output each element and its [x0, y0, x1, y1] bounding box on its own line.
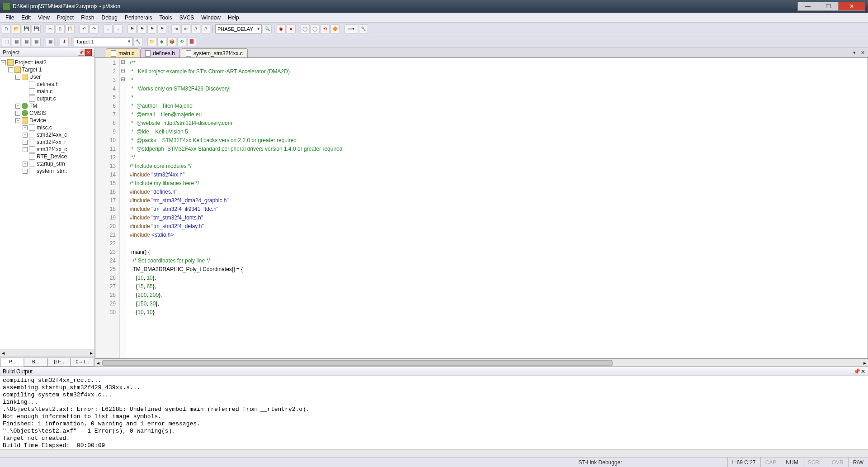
- status-debugger: ST-Link Debugger: [574, 457, 727, 467]
- status-scrl: SCRL: [803, 457, 827, 467]
- panel-close-button[interactable]: ✕: [85, 49, 92, 56]
- bookmark-next-button[interactable]: ⚑: [147, 24, 156, 33]
- menu-tools[interactable]: Tools: [156, 14, 176, 22]
- project-tab[interactable]: {} F...: [47, 357, 71, 367]
- comment-button[interactable]: //: [191, 24, 200, 33]
- breakpoint-button[interactable]: ●: [287, 24, 296, 33]
- btn-b[interactable]: ◯: [311, 24, 320, 33]
- tree-group-device[interactable]: −Device: [1, 117, 94, 124]
- code-area[interactable]: /** * Keil project example for ST's Chro…: [126, 58, 868, 358]
- tree-file[interactable]: +stm32f4xx_c: [1, 131, 94, 138]
- tree-group-tm[interactable]: +TM: [1, 102, 94, 110]
- target-combo[interactable]: Target 1: [74, 37, 132, 46]
- download-button[interactable]: ⬇: [60, 37, 69, 46]
- menu-peripherals[interactable]: Peripherals: [121, 14, 156, 22]
- window-layout-button[interactable]: ▭▾: [344, 24, 358, 33]
- configure-button[interactable]: 🔧: [359, 24, 368, 33]
- menu-edit[interactable]: Edit: [18, 14, 34, 22]
- menu-svcs[interactable]: SVCS: [176, 14, 198, 22]
- tab-list-button[interactable]: ▾: [851, 49, 858, 56]
- btn-d[interactable]: 🔶: [330, 24, 340, 33]
- tree-hscroll[interactable]: ◂ ▸: [0, 349, 94, 357]
- project-tab[interactable]: B...: [24, 357, 47, 367]
- menu-help[interactable]: Help: [224, 14, 243, 22]
- build-panel-close-button[interactable]: ✕: [861, 368, 865, 375]
- open-button[interactable]: 📂: [12, 24, 21, 33]
- build-output-panel: Build Output 📌 ✕ compiling stm32f4xx_rcc…: [0, 367, 868, 457]
- target-options-button[interactable]: 🔧: [133, 37, 142, 46]
- status-cursor-pos: L:69 C:27: [727, 457, 760, 467]
- copy-button[interactable]: ⎘: [56, 24, 65, 33]
- editor-tab[interactable]: system_stm32f4xx.c: [181, 48, 248, 57]
- maximize-button[interactable]: ❐: [818, 2, 839, 11]
- unindent-button[interactable]: ⇤: [181, 24, 190, 33]
- cut-button[interactable]: ✂: [46, 24, 55, 33]
- tree-project[interactable]: −Project: test2: [1, 59, 94, 66]
- tree-file[interactable]: +startup_stm: [1, 160, 94, 167]
- menu-window[interactable]: Window: [198, 14, 224, 22]
- debug-button[interactable]: ◉: [277, 24, 286, 33]
- stop-build-button[interactable]: ▦: [46, 37, 55, 46]
- bookmark-clear-button[interactable]: ⚑: [157, 24, 166, 33]
- editor-tab[interactable]: main.c: [106, 48, 139, 57]
- redo-button[interactable]: ↷: [90, 24, 99, 33]
- nav-fwd-button[interactable]: →: [113, 24, 123, 33]
- editor-tab[interactable]: defines.h: [140, 48, 180, 57]
- batch-build-button[interactable]: ▦: [32, 37, 41, 46]
- tree-target[interactable]: −Target 1: [1, 66, 94, 73]
- tab-close-button[interactable]: ✕: [859, 49, 866, 56]
- find-button[interactable]: 🔍: [263, 24, 272, 33]
- project-tab[interactable]: P...: [0, 357, 24, 367]
- menu-file[interactable]: File: [2, 14, 18, 22]
- menu-debug[interactable]: Debug: [98, 14, 121, 22]
- uncomment-button[interactable]: //: [201, 24, 210, 33]
- project-tab[interactable]: 0→T...: [71, 357, 94, 367]
- undo-button[interactable]: ↶: [80, 24, 89, 33]
- nav-back-button[interactable]: ←: [104, 24, 113, 33]
- indent-button[interactable]: ⇥: [171, 24, 180, 33]
- tree-file[interactable]: defines.h: [1, 81, 94, 88]
- build-hscroll[interactable]: [0, 449, 868, 457]
- code-editor[interactable]: 1234567891011121314151617181920212223242…: [95, 58, 868, 359]
- select-packs-button[interactable]: 📦: [167, 37, 176, 46]
- manage-button[interactable]: 📁: [147, 37, 156, 46]
- new-button[interactable]: 🗋: [2, 24, 11, 33]
- tree-file[interactable]: +misc.c: [1, 124, 94, 131]
- tree-file[interactable]: +stm32f4xx_r: [1, 138, 94, 146]
- editor-hscroll[interactable]: ◂ ▸: [95, 359, 868, 367]
- project-panel-title: Project: [3, 49, 19, 56]
- paste-button[interactable]: 📋: [66, 24, 75, 33]
- menu-flash[interactable]: Flash: [77, 14, 98, 22]
- tree-file[interactable]: output.c: [1, 95, 94, 102]
- tree-file[interactable]: RTE_Device: [1, 153, 94, 160]
- save-button[interactable]: 💾: [22, 24, 31, 33]
- panel-pin-button[interactable]: 📌: [78, 49, 85, 56]
- save-all-button[interactable]: 💾: [32, 24, 41, 33]
- fold-gutter[interactable]: ⊟⊟⊟: [120, 58, 126, 358]
- menu-view[interactable]: View: [34, 14, 53, 22]
- build-panel-pin-button[interactable]: 📌: [854, 368, 860, 375]
- menu-project[interactable]: Project: [53, 14, 77, 22]
- btn-a[interactable]: ◯: [301, 24, 310, 33]
- tree-file[interactable]: +system_stm.: [1, 167, 94, 175]
- minimize-button[interactable]: —: [797, 2, 818, 11]
- bookmark-prev-button[interactable]: ⚑: [137, 24, 146, 33]
- find-combo[interactable]: PHASE_DELAY: [215, 24, 262, 33]
- tree-file[interactable]: +stm32f4xx_c: [1, 146, 94, 153]
- tree-group-cmsis[interactable]: +CMSIS: [1, 110, 94, 117]
- tree-group-user[interactable]: −User: [1, 73, 94, 81]
- menu-bar: FileEditViewProjectFlashDebugPeripherals…: [0, 13, 868, 23]
- tree-file[interactable]: main.c: [1, 88, 94, 95]
- bookmark-button[interactable]: ⚑: [127, 24, 137, 33]
- books-button[interactable]: 📕: [187, 37, 196, 46]
- project-tree[interactable]: −Project: test2−Target 1−Userdefines.hma…: [0, 57, 94, 349]
- rebuild-button[interactable]: ▦: [22, 37, 31, 46]
- btn-c[interactable]: ⟲: [321, 24, 330, 33]
- pack-installer-button[interactable]: ⟲: [177, 37, 186, 46]
- manage-rte-button[interactable]: ◆: [157, 37, 166, 46]
- close-button[interactable]: ✕: [838, 2, 865, 11]
- status-bar: ST-Link Debugger L:69 C:27 CAP NUM SCRL …: [0, 457, 868, 467]
- translate-button[interactable]: ⬚: [2, 37, 11, 46]
- build-button[interactable]: ▦: [12, 37, 21, 46]
- build-output-text[interactable]: compiling stm32f4xx_rcc.c... assembling …: [0, 376, 868, 449]
